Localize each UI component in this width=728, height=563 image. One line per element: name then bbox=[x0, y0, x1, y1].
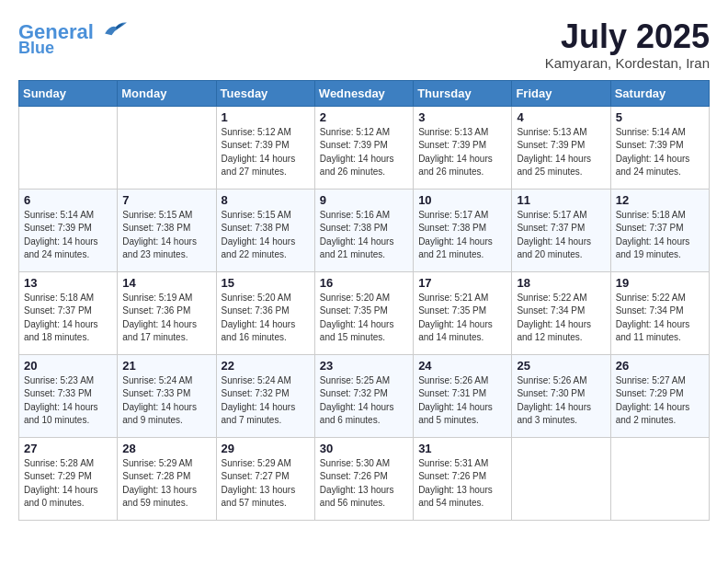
day-number: 27 bbox=[24, 442, 112, 455]
day-number: 6 bbox=[24, 193, 112, 207]
day-number: 19 bbox=[616, 276, 704, 290]
day-info: Sunrise: 5:12 AM Sunset: 7:39 PM Dayligh… bbox=[222, 126, 310, 179]
day-info: Sunrise: 5:14 AM Sunset: 7:39 PM Dayligh… bbox=[24, 209, 112, 262]
calendar-cell: 28Sunrise: 5:29 AM Sunset: 7:28 PM Dayli… bbox=[118, 437, 216, 520]
col-header-thursday: Thursday bbox=[414, 80, 512, 106]
day-number: 15 bbox=[222, 276, 310, 290]
calendar-week-row: 6Sunrise: 5:14 AM Sunset: 7:39 PM Daylig… bbox=[19, 189, 710, 271]
day-info: Sunrise: 5:15 AM Sunset: 7:38 PM Dayligh… bbox=[122, 209, 210, 262]
day-number: 25 bbox=[517, 359, 605, 373]
calendar-cell bbox=[610, 437, 709, 520]
day-info: Sunrise: 5:14 AM Sunset: 7:39 PM Dayligh… bbox=[616, 126, 704, 179]
day-number: 3 bbox=[418, 110, 506, 124]
calendar-table: SundayMondayTuesdayWednesdayThursdayFrid… bbox=[18, 80, 710, 521]
calendar-cell: 13Sunrise: 5:18 AM Sunset: 7:37 PM Dayli… bbox=[19, 271, 118, 354]
day-number: 14 bbox=[122, 276, 210, 290]
day-number: 10 bbox=[418, 193, 506, 207]
title-area: July 2025 Kamyaran, Kordestan, Iran bbox=[545, 18, 710, 71]
calendar-week-row: 1Sunrise: 5:12 AM Sunset: 7:39 PM Daylig… bbox=[19, 106, 710, 189]
day-info: Sunrise: 5:20 AM Sunset: 7:36 PM Dayligh… bbox=[222, 292, 310, 345]
calendar-cell: 31Sunrise: 5:31 AM Sunset: 7:26 PM Dayli… bbox=[414, 437, 512, 520]
calendar-cell: 24Sunrise: 5:26 AM Sunset: 7:31 PM Dayli… bbox=[414, 354, 512, 437]
col-header-sunday: Sunday bbox=[19, 80, 118, 106]
calendar-cell: 5Sunrise: 5:14 AM Sunset: 7:39 PM Daylig… bbox=[610, 106, 709, 189]
day-number: 28 bbox=[122, 442, 210, 455]
day-info: Sunrise: 5:27 AM Sunset: 7:29 PM Dayligh… bbox=[616, 374, 704, 428]
day-info: Sunrise: 5:29 AM Sunset: 7:27 PM Dayligh… bbox=[222, 457, 310, 511]
calendar-cell: 22Sunrise: 5:24 AM Sunset: 7:32 PM Dayli… bbox=[216, 354, 314, 437]
day-info: Sunrise: 5:22 AM Sunset: 7:34 PM Dayligh… bbox=[616, 292, 704, 345]
calendar-cell: 20Sunrise: 5:23 AM Sunset: 7:33 PM Dayli… bbox=[19, 354, 118, 437]
calendar-cell: 25Sunrise: 5:26 AM Sunset: 7:30 PM Dayli… bbox=[512, 354, 610, 437]
col-header-wednesday: Wednesday bbox=[314, 80, 413, 106]
day-info: Sunrise: 5:26 AM Sunset: 7:31 PM Dayligh… bbox=[418, 374, 506, 428]
day-number: 31 bbox=[418, 442, 506, 455]
calendar-cell: 27Sunrise: 5:28 AM Sunset: 7:29 PM Dayli… bbox=[19, 437, 118, 520]
day-info: Sunrise: 5:29 AM Sunset: 7:28 PM Dayligh… bbox=[122, 457, 210, 511]
col-header-saturday: Saturday bbox=[610, 80, 709, 106]
day-info: Sunrise: 5:17 AM Sunset: 7:37 PM Dayligh… bbox=[517, 209, 605, 262]
calendar-cell: 6Sunrise: 5:14 AM Sunset: 7:39 PM Daylig… bbox=[19, 189, 118, 271]
day-info: Sunrise: 5:19 AM Sunset: 7:36 PM Dayligh… bbox=[122, 292, 210, 345]
calendar-cell bbox=[19, 106, 118, 189]
calendar-week-row: 27Sunrise: 5:28 AM Sunset: 7:29 PM Dayli… bbox=[19, 437, 710, 520]
calendar-cell: 14Sunrise: 5:19 AM Sunset: 7:36 PM Dayli… bbox=[118, 271, 216, 354]
day-number: 22 bbox=[222, 359, 310, 373]
day-number: 8 bbox=[222, 193, 310, 207]
logo-bird-icon bbox=[103, 18, 129, 39]
calendar-cell: 1Sunrise: 5:12 AM Sunset: 7:39 PM Daylig… bbox=[216, 106, 314, 189]
day-number: 2 bbox=[320, 110, 408, 124]
day-number: 12 bbox=[616, 193, 704, 207]
calendar-cell: 8Sunrise: 5:15 AM Sunset: 7:38 PM Daylig… bbox=[216, 189, 314, 271]
day-info: Sunrise: 5:24 AM Sunset: 7:33 PM Dayligh… bbox=[122, 374, 210, 428]
day-number: 16 bbox=[320, 276, 408, 290]
location-subtitle: Kamyaran, Kordestan, Iran bbox=[545, 55, 710, 71]
day-number: 9 bbox=[320, 193, 408, 207]
col-header-friday: Friday bbox=[512, 80, 610, 106]
day-info: Sunrise: 5:28 AM Sunset: 7:29 PM Dayligh… bbox=[24, 457, 112, 511]
calendar-cell: 16Sunrise: 5:20 AM Sunset: 7:35 PM Dayli… bbox=[314, 271, 413, 354]
calendar-cell: 23Sunrise: 5:25 AM Sunset: 7:32 PM Dayli… bbox=[314, 354, 413, 437]
calendar-week-row: 13Sunrise: 5:18 AM Sunset: 7:37 PM Dayli… bbox=[19, 271, 710, 354]
day-number: 21 bbox=[122, 359, 210, 373]
logo: General Blue bbox=[18, 18, 129, 58]
day-number: 23 bbox=[320, 359, 408, 373]
calendar-cell: 21Sunrise: 5:24 AM Sunset: 7:33 PM Dayli… bbox=[118, 354, 216, 437]
calendar-cell: 3Sunrise: 5:13 AM Sunset: 7:39 PM Daylig… bbox=[414, 106, 512, 189]
day-info: Sunrise: 5:18 AM Sunset: 7:37 PM Dayligh… bbox=[24, 292, 112, 345]
calendar-cell: 19Sunrise: 5:22 AM Sunset: 7:34 PM Dayli… bbox=[610, 271, 709, 354]
calendar-cell: 7Sunrise: 5:15 AM Sunset: 7:38 PM Daylig… bbox=[118, 189, 216, 271]
day-info: Sunrise: 5:31 AM Sunset: 7:26 PM Dayligh… bbox=[418, 457, 506, 511]
calendar-cell bbox=[512, 437, 610, 520]
calendar-cell: 9Sunrise: 5:16 AM Sunset: 7:38 PM Daylig… bbox=[314, 189, 413, 271]
calendar-cell: 12Sunrise: 5:18 AM Sunset: 7:37 PM Dayli… bbox=[610, 189, 709, 271]
calendar-cell: 26Sunrise: 5:27 AM Sunset: 7:29 PM Dayli… bbox=[610, 354, 709, 437]
col-header-monday: Monday bbox=[118, 80, 216, 106]
day-info: Sunrise: 5:26 AM Sunset: 7:30 PM Dayligh… bbox=[517, 374, 605, 428]
calendar-cell: 10Sunrise: 5:17 AM Sunset: 7:38 PM Dayli… bbox=[414, 189, 512, 271]
day-info: Sunrise: 5:15 AM Sunset: 7:38 PM Dayligh… bbox=[222, 209, 310, 262]
day-number: 7 bbox=[122, 193, 210, 207]
day-info: Sunrise: 5:21 AM Sunset: 7:35 PM Dayligh… bbox=[418, 292, 506, 345]
day-number: 4 bbox=[517, 110, 605, 124]
day-info: Sunrise: 5:18 AM Sunset: 7:37 PM Dayligh… bbox=[616, 209, 704, 262]
day-info: Sunrise: 5:24 AM Sunset: 7:32 PM Dayligh… bbox=[222, 374, 310, 428]
calendar-header-row: SundayMondayTuesdayWednesdayThursdayFrid… bbox=[19, 80, 710, 106]
calendar-week-row: 20Sunrise: 5:23 AM Sunset: 7:33 PM Dayli… bbox=[19, 354, 710, 437]
day-number: 11 bbox=[517, 193, 605, 207]
day-number: 5 bbox=[616, 110, 704, 124]
day-info: Sunrise: 5:20 AM Sunset: 7:35 PM Dayligh… bbox=[320, 292, 408, 345]
day-info: Sunrise: 5:25 AM Sunset: 7:32 PM Dayligh… bbox=[320, 374, 408, 428]
calendar-cell: 15Sunrise: 5:20 AM Sunset: 7:36 PM Dayli… bbox=[216, 271, 314, 354]
day-number: 29 bbox=[222, 442, 310, 455]
day-info: Sunrise: 5:30 AM Sunset: 7:26 PM Dayligh… bbox=[320, 457, 408, 511]
calendar-cell bbox=[118, 106, 216, 189]
month-title: July 2025 bbox=[545, 18, 710, 55]
day-info: Sunrise: 5:13 AM Sunset: 7:39 PM Dayligh… bbox=[517, 126, 605, 179]
calendar-cell: 18Sunrise: 5:22 AM Sunset: 7:34 PM Dayli… bbox=[512, 271, 610, 354]
calendar-cell: 29Sunrise: 5:29 AM Sunset: 7:27 PM Dayli… bbox=[216, 437, 314, 520]
day-info: Sunrise: 5:22 AM Sunset: 7:34 PM Dayligh… bbox=[517, 292, 605, 345]
calendar-cell: 17Sunrise: 5:21 AM Sunset: 7:35 PM Dayli… bbox=[414, 271, 512, 354]
calendar-cell: 11Sunrise: 5:17 AM Sunset: 7:37 PM Dayli… bbox=[512, 189, 610, 271]
day-number: 24 bbox=[418, 359, 506, 373]
